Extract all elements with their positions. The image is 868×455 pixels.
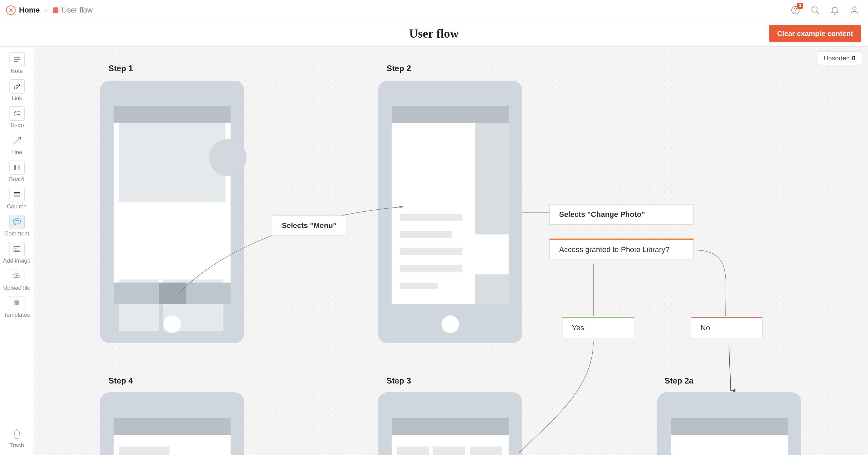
tool-line[interactable]: Line — [9, 133, 25, 156]
clear-example-content-button[interactable]: Clear example content — [769, 25, 861, 42]
step-3-title: Step 3 — [387, 376, 411, 386]
tool-todo-label: To-do — [9, 122, 24, 129]
tool-todo[interactable]: To-do — [9, 106, 25, 129]
flow-label-access-granted[interactable]: Access granted to Photo Library? — [549, 239, 694, 260]
tool-upload-file[interactable]: Upload file — [3, 269, 30, 291]
step-4-title: Step 4 — [108, 376, 133, 386]
tool-comment-label: Comment — [4, 230, 29, 237]
tool-sidebar: Note Link To-do Line Board Column Commen… — [0, 47, 34, 455]
mockup-step-1[interactable] — [100, 81, 244, 343]
step-1-title: Step 1 — [108, 64, 133, 73]
tool-note[interactable]: Note — [9, 52, 25, 75]
canvas[interactable]: Unsorted 0 Step 1 Step 2 Step 4 Step 3 S… — [34, 47, 868, 455]
tool-column[interactable]: Column — [7, 188, 27, 210]
mockup-step-2[interactable] — [378, 81, 522, 343]
flow-label-selects-menu[interactable]: Selects "Menu" — [272, 215, 346, 236]
svg-rect-10 — [18, 165, 20, 170]
tool-templates-label: Templates — [4, 312, 30, 318]
connector-yes-to-step3 — [512, 342, 600, 455]
tool-trash-label: Trash — [9, 442, 24, 449]
bell-icon[interactable] — [829, 5, 840, 16]
mockup-step-3[interactable] — [378, 392, 522, 455]
project-color-swatch — [53, 7, 58, 13]
flow-label-yes[interactable]: Yes — [562, 317, 634, 338]
svg-point-18 — [15, 248, 17, 249]
connector-access-to-yes — [587, 264, 600, 318]
tool-column-label: Column — [7, 203, 27, 210]
search-icon[interactable] — [810, 5, 821, 16]
tool-add-image[interactable]: Add image — [3, 242, 31, 264]
breadcrumb-bar: Home › User flow 3 — [0, 0, 868, 20]
mockup-step-2a[interactable] — [657, 392, 801, 455]
breadcrumb-home-link[interactable]: Home — [19, 6, 40, 15]
unsorted-label: Unsorted — [824, 55, 850, 62]
unsorted-count: 0 — [852, 55, 855, 62]
svg-point-1 — [795, 12, 796, 13]
brand-logo-icon[interactable] — [6, 5, 16, 15]
user-icon[interactable] — [849, 5, 860, 16]
tool-add-image-label: Add image — [3, 257, 31, 264]
svg-point-14 — [13, 219, 21, 224]
flow-label-selects-change-photo[interactable]: Selects "Change Photo" — [549, 204, 694, 225]
svg-rect-11 — [14, 192, 20, 193]
tool-line-label: Line — [11, 149, 22, 156]
svg-point-3 — [853, 7, 856, 10]
title-bar: User flow Clear example content — [0, 20, 868, 47]
tool-board-label: Board — [9, 176, 24, 183]
step-2a-title: Step 2a — [665, 376, 693, 386]
notification-badge: 3 — [797, 3, 803, 9]
mockup-step-4[interactable] — [100, 392, 244, 455]
connector-access-to-no — [692, 236, 760, 321]
unsorted-button[interactable]: Unsorted 0 — [818, 51, 861, 65]
tool-link-label: Link — [12, 95, 22, 102]
tool-comment[interactable]: Comment — [4, 215, 29, 237]
svg-rect-9 — [14, 165, 16, 170]
chevron-right-icon: › — [45, 6, 47, 14]
connector-no-to-step2a — [722, 342, 743, 396]
help-icon[interactable]: 3 — [790, 5, 801, 16]
flow-label-no[interactable]: No — [691, 317, 763, 338]
breadcrumb-project-title: User flow — [62, 6, 93, 15]
tool-note-label: Note — [11, 68, 23, 75]
tool-upload-file-label: Upload file — [3, 285, 30, 291]
tool-trash[interactable]: Trash — [9, 427, 25, 449]
tool-templates[interactable]: Templates — [4, 296, 30, 318]
tool-board[interactable]: Board — [9, 161, 25, 183]
page-title: User flow — [0, 26, 868, 41]
tool-link[interactable]: Link — [9, 79, 25, 102]
step-2-title: Step 2 — [387, 64, 411, 73]
